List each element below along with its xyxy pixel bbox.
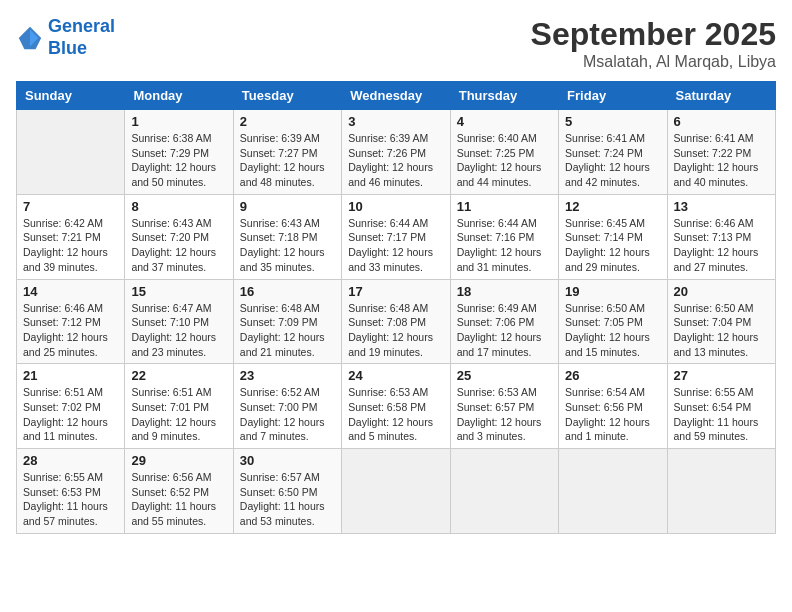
day-info: Sunrise: 6:53 AMSunset: 6:58 PMDaylight:…	[348, 385, 443, 444]
day-cell: 2Sunrise: 6:39 AMSunset: 7:27 PMDaylight…	[233, 110, 341, 195]
header-cell-sunday: Sunday	[17, 82, 125, 110]
day-info: Sunrise: 6:45 AMSunset: 7:14 PMDaylight:…	[565, 216, 660, 275]
day-info: Sunrise: 6:52 AMSunset: 7:00 PMDaylight:…	[240, 385, 335, 444]
day-number: 14	[23, 284, 118, 299]
day-cell: 24Sunrise: 6:53 AMSunset: 6:58 PMDayligh…	[342, 364, 450, 449]
day-number: 11	[457, 199, 552, 214]
day-number: 9	[240, 199, 335, 214]
logo-icon	[16, 24, 44, 52]
day-number: 22	[131, 368, 226, 383]
day-info: Sunrise: 6:48 AMSunset: 7:08 PMDaylight:…	[348, 301, 443, 360]
day-info: Sunrise: 6:49 AMSunset: 7:06 PMDaylight:…	[457, 301, 552, 360]
day-number: 17	[348, 284, 443, 299]
day-info: Sunrise: 6:41 AMSunset: 7:24 PMDaylight:…	[565, 131, 660, 190]
day-info: Sunrise: 6:44 AMSunset: 7:16 PMDaylight:…	[457, 216, 552, 275]
day-number: 19	[565, 284, 660, 299]
day-info: Sunrise: 6:40 AMSunset: 7:25 PMDaylight:…	[457, 131, 552, 190]
day-number: 8	[131, 199, 226, 214]
day-info: Sunrise: 6:44 AMSunset: 7:17 PMDaylight:…	[348, 216, 443, 275]
day-number: 10	[348, 199, 443, 214]
day-cell: 14Sunrise: 6:46 AMSunset: 7:12 PMDayligh…	[17, 279, 125, 364]
day-info: Sunrise: 6:39 AMSunset: 7:27 PMDaylight:…	[240, 131, 335, 190]
day-info: Sunrise: 6:39 AMSunset: 7:26 PMDaylight:…	[348, 131, 443, 190]
week-row-1: 1Sunrise: 6:38 AMSunset: 7:29 PMDaylight…	[17, 110, 776, 195]
day-number: 23	[240, 368, 335, 383]
day-number: 7	[23, 199, 118, 214]
day-cell: 30Sunrise: 6:57 AMSunset: 6:50 PMDayligh…	[233, 449, 341, 534]
day-cell: 29Sunrise: 6:56 AMSunset: 6:52 PMDayligh…	[125, 449, 233, 534]
header-cell-saturday: Saturday	[667, 82, 775, 110]
calendar-table: SundayMondayTuesdayWednesdayThursdayFrid…	[16, 81, 776, 534]
day-number: 30	[240, 453, 335, 468]
day-info: Sunrise: 6:41 AMSunset: 7:22 PMDaylight:…	[674, 131, 769, 190]
day-info: Sunrise: 6:51 AMSunset: 7:01 PMDaylight:…	[131, 385, 226, 444]
day-cell	[342, 449, 450, 534]
day-info: Sunrise: 6:38 AMSunset: 7:29 PMDaylight:…	[131, 131, 226, 190]
day-cell: 18Sunrise: 6:49 AMSunset: 7:06 PMDayligh…	[450, 279, 558, 364]
day-cell	[667, 449, 775, 534]
header-cell-thursday: Thursday	[450, 82, 558, 110]
header-cell-friday: Friday	[559, 82, 667, 110]
day-info: Sunrise: 6:55 AMSunset: 6:54 PMDaylight:…	[674, 385, 769, 444]
logo: General Blue	[16, 16, 115, 59]
day-cell: 12Sunrise: 6:45 AMSunset: 7:14 PMDayligh…	[559, 194, 667, 279]
day-info: Sunrise: 6:56 AMSunset: 6:52 PMDaylight:…	[131, 470, 226, 529]
month-title: September 2025	[531, 16, 776, 53]
day-cell: 9Sunrise: 6:43 AMSunset: 7:18 PMDaylight…	[233, 194, 341, 279]
day-info: Sunrise: 6:55 AMSunset: 6:53 PMDaylight:…	[23, 470, 118, 529]
header-row: SundayMondayTuesdayWednesdayThursdayFrid…	[17, 82, 776, 110]
day-cell: 6Sunrise: 6:41 AMSunset: 7:22 PMDaylight…	[667, 110, 775, 195]
day-cell: 21Sunrise: 6:51 AMSunset: 7:02 PMDayligh…	[17, 364, 125, 449]
day-cell	[559, 449, 667, 534]
title-block: September 2025 Msalatah, Al Marqab, Liby…	[531, 16, 776, 71]
day-cell: 13Sunrise: 6:46 AMSunset: 7:13 PMDayligh…	[667, 194, 775, 279]
day-cell: 19Sunrise: 6:50 AMSunset: 7:05 PMDayligh…	[559, 279, 667, 364]
day-info: Sunrise: 6:51 AMSunset: 7:02 PMDaylight:…	[23, 385, 118, 444]
day-number: 28	[23, 453, 118, 468]
day-cell: 26Sunrise: 6:54 AMSunset: 6:56 PMDayligh…	[559, 364, 667, 449]
day-info: Sunrise: 6:47 AMSunset: 7:10 PMDaylight:…	[131, 301, 226, 360]
day-cell: 5Sunrise: 6:41 AMSunset: 7:24 PMDaylight…	[559, 110, 667, 195]
day-number: 3	[348, 114, 443, 129]
day-info: Sunrise: 6:43 AMSunset: 7:20 PMDaylight:…	[131, 216, 226, 275]
logo-text: General Blue	[48, 16, 115, 59]
day-cell: 25Sunrise: 6:53 AMSunset: 6:57 PMDayligh…	[450, 364, 558, 449]
day-number: 12	[565, 199, 660, 214]
day-number: 18	[457, 284, 552, 299]
week-row-5: 28Sunrise: 6:55 AMSunset: 6:53 PMDayligh…	[17, 449, 776, 534]
header-cell-wednesday: Wednesday	[342, 82, 450, 110]
day-cell: 10Sunrise: 6:44 AMSunset: 7:17 PMDayligh…	[342, 194, 450, 279]
day-cell: 8Sunrise: 6:43 AMSunset: 7:20 PMDaylight…	[125, 194, 233, 279]
day-info: Sunrise: 6:43 AMSunset: 7:18 PMDaylight:…	[240, 216, 335, 275]
day-info: Sunrise: 6:54 AMSunset: 6:56 PMDaylight:…	[565, 385, 660, 444]
day-cell	[450, 449, 558, 534]
day-cell	[17, 110, 125, 195]
day-number: 16	[240, 284, 335, 299]
day-number: 6	[674, 114, 769, 129]
day-cell: 7Sunrise: 6:42 AMSunset: 7:21 PMDaylight…	[17, 194, 125, 279]
day-cell: 1Sunrise: 6:38 AMSunset: 7:29 PMDaylight…	[125, 110, 233, 195]
header-cell-monday: Monday	[125, 82, 233, 110]
day-number: 13	[674, 199, 769, 214]
day-cell: 11Sunrise: 6:44 AMSunset: 7:16 PMDayligh…	[450, 194, 558, 279]
day-info: Sunrise: 6:57 AMSunset: 6:50 PMDaylight:…	[240, 470, 335, 529]
day-cell: 28Sunrise: 6:55 AMSunset: 6:53 PMDayligh…	[17, 449, 125, 534]
week-row-2: 7Sunrise: 6:42 AMSunset: 7:21 PMDaylight…	[17, 194, 776, 279]
day-cell: 17Sunrise: 6:48 AMSunset: 7:08 PMDayligh…	[342, 279, 450, 364]
day-number: 21	[23, 368, 118, 383]
day-cell: 20Sunrise: 6:50 AMSunset: 7:04 PMDayligh…	[667, 279, 775, 364]
day-cell: 4Sunrise: 6:40 AMSunset: 7:25 PMDaylight…	[450, 110, 558, 195]
day-number: 15	[131, 284, 226, 299]
day-info: Sunrise: 6:42 AMSunset: 7:21 PMDaylight:…	[23, 216, 118, 275]
week-row-3: 14Sunrise: 6:46 AMSunset: 7:12 PMDayligh…	[17, 279, 776, 364]
day-number: 5	[565, 114, 660, 129]
day-number: 26	[565, 368, 660, 383]
day-number: 25	[457, 368, 552, 383]
header-cell-tuesday: Tuesday	[233, 82, 341, 110]
day-info: Sunrise: 6:46 AMSunset: 7:13 PMDaylight:…	[674, 216, 769, 275]
day-cell: 3Sunrise: 6:39 AMSunset: 7:26 PMDaylight…	[342, 110, 450, 195]
day-cell: 16Sunrise: 6:48 AMSunset: 7:09 PMDayligh…	[233, 279, 341, 364]
day-cell: 22Sunrise: 6:51 AMSunset: 7:01 PMDayligh…	[125, 364, 233, 449]
day-cell: 27Sunrise: 6:55 AMSunset: 6:54 PMDayligh…	[667, 364, 775, 449]
page-header: General Blue September 2025 Msalatah, Al…	[16, 16, 776, 71]
